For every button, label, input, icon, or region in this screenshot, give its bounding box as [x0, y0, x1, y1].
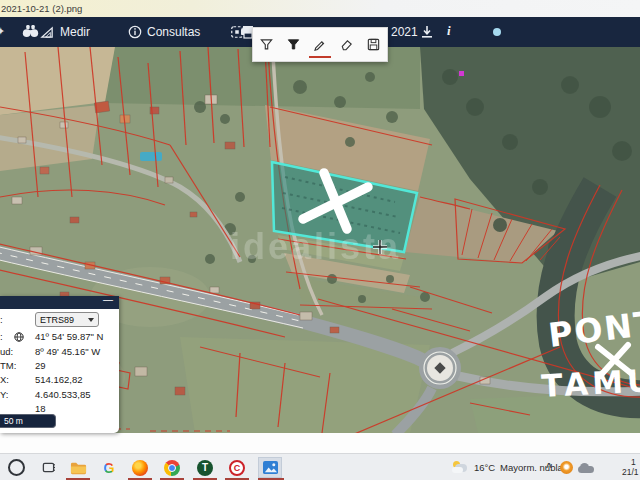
zoom-level-value: 18	[35, 403, 46, 414]
info-circle-icon	[128, 25, 142, 39]
filename-text: 2021-10-21 (2).png	[1, 3, 82, 14]
chevron-down-icon	[88, 318, 94, 322]
windows-taskbar: G T C 16°C Mayorm. nubla... ^	[0, 453, 640, 480]
tray-chevron[interactable]: ^	[546, 454, 552, 480]
polygon-filled-tool[interactable]	[281, 32, 305, 58]
draw-tools-popup	[252, 27, 388, 62]
srs-dropdown[interactable]: ETRS89	[35, 312, 99, 327]
longitude-value: 8º 49' 45.16" W	[35, 346, 100, 357]
chrome-button[interactable]	[160, 457, 184, 478]
download-icon[interactable]	[420, 25, 434, 43]
chrome-icon	[164, 460, 180, 476]
photos-app-button[interactable]	[258, 457, 282, 478]
y-label: Y:	[0, 389, 8, 400]
firefox-button[interactable]	[128, 457, 152, 478]
pen-tool-selected[interactable]	[308, 32, 332, 58]
srs-label-fragment: :	[0, 314, 3, 325]
utm-zone-value: 29	[35, 360, 46, 371]
window-bottom-strip	[0, 433, 640, 453]
globe-icon	[14, 332, 24, 342]
queries-button[interactable]: Consultas	[128, 25, 200, 39]
queries-label: Consultas	[147, 25, 200, 39]
clock-date: 21/1	[622, 468, 640, 478]
ruler-icon	[40, 26, 55, 39]
x-coordinate-value: 514.162,82	[35, 374, 83, 385]
folder-icon	[70, 461, 87, 475]
firefox-icon	[132, 460, 148, 476]
screen: { "titlebar": { "filename": "2021-10-21 …	[0, 0, 640, 480]
task-view-icon	[41, 461, 56, 474]
x-label: X:	[0, 374, 9, 385]
coordinates-panel: — : ETRS89 : 41º 54' 59.87" N ud: 8º 49'…	[0, 296, 119, 433]
measure-button[interactable]: Medir	[40, 25, 90, 39]
cortana-button[interactable]	[4, 457, 28, 478]
task-view-button[interactable]	[36, 457, 60, 478]
swimming-pool	[140, 152, 162, 161]
lon-label-fragment: ud:	[0, 346, 13, 357]
minimize-button[interactable]: —	[103, 294, 113, 305]
google-shortcut-button[interactable]: G	[97, 457, 121, 478]
scale-bar: 50 m	[0, 414, 56, 428]
info-italic-icon[interactable]: i	[447, 23, 451, 39]
panel-titlebar[interactable]: —	[0, 296, 119, 309]
c-app-button[interactable]: C	[225, 457, 249, 478]
srs-value: ETRS89	[40, 315, 74, 325]
magenta-marker	[459, 71, 464, 76]
binoculars-icon[interactable]	[22, 24, 39, 42]
measure-label: Medir	[60, 25, 90, 39]
tray-orange-app[interactable]	[560, 454, 573, 480]
partial-icon: ✦	[0, 25, 5, 38]
watermark-text: idealista	[230, 226, 401, 267]
polygon-outline-tool[interactable]	[254, 32, 278, 58]
file-explorer-button[interactable]	[66, 457, 90, 478]
weather-temp[interactable]: 16°C	[474, 454, 495, 480]
cortana-icon	[8, 459, 25, 476]
year-badge[interactable]: 2021	[391, 25, 418, 39]
save-tool[interactable]	[362, 32, 386, 58]
t-app-icon: T	[197, 460, 213, 476]
status-dot	[493, 28, 501, 36]
eraser-tool[interactable]	[335, 32, 359, 58]
weather-widget[interactable]	[452, 454, 469, 480]
y-coordinate-value: 4.640.533,85	[35, 389, 90, 400]
image-title-strip: 2021-10-21 (2).png	[0, 0, 640, 17]
utm-label-fragment: TM:	[0, 360, 16, 371]
taskbar-clock[interactable]: 1 21/1	[622, 458, 640, 477]
onedrive-tray[interactable]	[578, 454, 594, 480]
latitude-value: 41º 54' 59.87" N	[35, 331, 103, 342]
photos-icon	[262, 460, 279, 475]
t-app-button[interactable]: T	[193, 457, 217, 478]
orange-shield-icon	[560, 461, 573, 474]
c-app-icon: C	[229, 460, 245, 476]
lat-label-fragment: :	[0, 331, 3, 342]
weather-icon	[452, 461, 469, 474]
google-g-icon: G	[104, 460, 115, 476]
onedrive-cloud-icon	[578, 463, 594, 473]
